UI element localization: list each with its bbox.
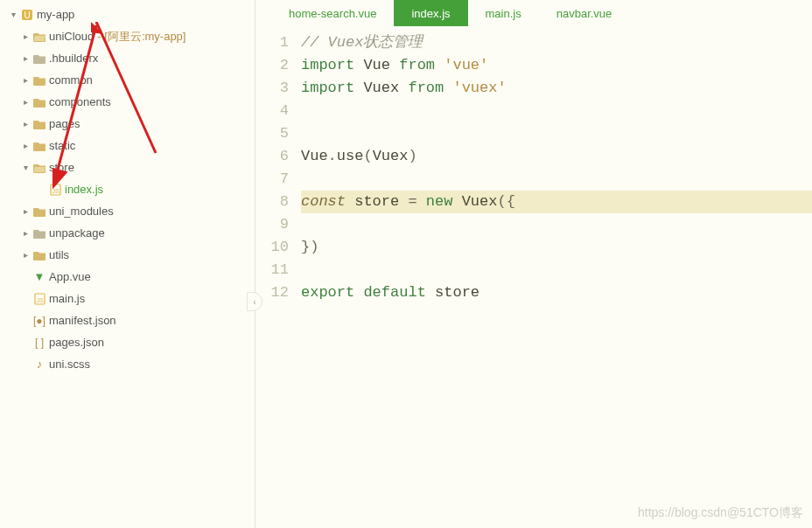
js-icon: JS: [47, 184, 63, 196]
tab-navbarvue[interactable]: navbar.vue: [539, 0, 630, 26]
tree-item-label: App.vue: [49, 270, 91, 283]
line-number: 7: [256, 168, 289, 191]
tab-mainjs[interactable]: main.js: [468, 0, 539, 26]
tree-item-label: uni.scss: [49, 358, 90, 371]
chevron-icon: ▸: [19, 206, 32, 216]
tree-item-label: pages.json: [49, 336, 104, 349]
chevron-icon: ▸: [19, 53, 32, 63]
tree-item-common[interactable]: ▸common: [0, 69, 255, 91]
line-number: 5: [256, 122, 289, 145]
tree-item-pagesjson[interactable]: [ ]pages.json: [0, 331, 255, 353]
js-icon: JS: [32, 293, 47, 305]
code-line-2[interactable]: import Vue from 'vue': [301, 54, 812, 77]
chevron-left-icon: ‹: [253, 297, 256, 307]
file-explorer[interactable]: ▾ U my-app ▸uniCloud - [阿里云:my-app]▸.hbu…: [0, 0, 256, 528]
tree-item-indexjs[interactable]: JSindex.js: [0, 178, 255, 200]
line-number: 8: [256, 191, 289, 213]
tree-item-store[interactable]: ▾store: [0, 156, 255, 178]
chevron-icon: ▸: [19, 228, 32, 238]
folder-icon: [32, 206, 47, 217]
folder-icon: [32, 141, 47, 151]
project-icon: U: [19, 9, 35, 21]
tree-item-label: store: [49, 161, 74, 174]
editor-tabs: home-search.vueindex.jsmain.jsnavbar.vue: [256, 0, 812, 26]
code-line-12[interactable]: export default store: [301, 281, 812, 304]
line-number: 4: [256, 100, 289, 122]
folder-icon: [32, 75, 47, 86]
line-number-gutter: 123456789101112: [256, 31, 301, 528]
tree-item-static[interactable]: ▸static: [0, 135, 255, 156]
tree-item-label: manifest.json: [49, 314, 116, 327]
line-number: 11: [256, 259, 289, 281]
line-number: 3: [256, 77, 289, 100]
tree-item-hbuilderx[interactable]: ▸.hbuilderx: [0, 47, 255, 69]
chevron-down-icon: ▾: [7, 10, 19, 19]
tree-item-unpackage[interactable]: ▸unpackage: [0, 222, 255, 244]
tree-item-label: unpackage: [49, 226, 105, 240]
code-area[interactable]: 123456789101112 // Vuex状态管理import Vue fr…: [256, 26, 812, 528]
tree-item-appvue[interactable]: ▼App.vue: [0, 266, 255, 288]
svg-text:JS: JS: [36, 297, 44, 303]
tree-item-label: utils: [49, 248, 69, 261]
code-line-9[interactable]: [301, 213, 812, 236]
tree-item-unimodules[interactable]: ▸uni_modules: [0, 200, 255, 222]
tree-item-label: common: [49, 73, 93, 87]
watermark: https://blog.csdn@51CTO博客: [638, 505, 803, 521]
folder-icon: [32, 250, 47, 261]
chevron-icon: ▸: [19, 75, 32, 85]
line-number: 10: [256, 236, 289, 259]
line-number: 2: [256, 54, 289, 77]
json-icon: [ ]: [32, 337, 47, 349]
svg-text:U: U: [24, 10, 30, 20]
tree-item-label: index.js: [65, 183, 103, 196]
code-line-10[interactable]: }): [301, 236, 812, 259]
code-line-7[interactable]: [301, 168, 812, 191]
tree-item-mainjs[interactable]: JSmain.js: [0, 288, 255, 309]
line-number: 9: [256, 213, 289, 236]
code-line-1[interactable]: // Vuex状态管理: [301, 31, 812, 54]
tree-item-pages[interactable]: ▸pages: [0, 113, 255, 135]
folder-icon: [32, 119, 47, 129]
line-number: 1: [256, 31, 289, 54]
tree-item-components[interactable]: ▸components: [0, 91, 255, 113]
code-line-11[interactable]: [301, 259, 812, 281]
tree-item-uniscss[interactable]: ♪uni.scss: [0, 353, 255, 375]
code-line-3[interactable]: import Vuex from 'vuex': [301, 77, 812, 100]
tab-indexjs[interactable]: index.js: [394, 0, 467, 26]
tree-item-label: components: [49, 95, 111, 108]
folder-grey-icon: [32, 228, 47, 239]
chevron-icon: ▸: [19, 97, 32, 107]
tree-item-manifestjson[interactable]: [●]manifest.json: [0, 309, 255, 331]
vue-icon: ▼: [32, 270, 47, 283]
code-content[interactable]: // Vuex状态管理import Vue from 'vue'import V…: [301, 31, 812, 528]
folder-open-icon: [32, 31, 47, 42]
tree-root-my-app[interactable]: ▾ U my-app: [0, 3, 255, 25]
chevron-icon: ▸: [19, 141, 32, 150]
folder-grey-icon: [32, 53, 47, 64]
tree-root-label: my-app: [37, 8, 74, 21]
tree-item-suffix: - [阿里云:my-app]: [97, 29, 186, 45]
tree-item-label: main.js: [49, 292, 85, 305]
folder-open-icon: [32, 163, 47, 173]
code-line-6[interactable]: Vue.use(Vuex): [301, 145, 812, 168]
line-number: 6: [256, 145, 289, 168]
code-line-5[interactable]: [301, 122, 812, 145]
tab-homesearchvue[interactable]: home-search.vue: [271, 0, 394, 26]
tree-item-utils[interactable]: ▸utils: [0, 244, 255, 266]
editor-pane: home-search.vueindex.jsmain.jsnavbar.vue…: [256, 0, 812, 528]
chevron-icon: ▸: [19, 250, 32, 260]
tree-item-unicloud[interactable]: ▸uniCloud - [阿里云:my-app]: [0, 25, 255, 47]
tree-item-label: .hbuilderx: [49, 52, 98, 65]
scss-icon: ♪: [32, 358, 47, 371]
folder-icon: [32, 97, 47, 108]
manifest-icon: [●]: [32, 315, 47, 327]
chevron-icon: ▸: [19, 31, 32, 41]
chevron-icon: ▸: [19, 119, 32, 129]
code-line-4[interactable]: [301, 100, 812, 122]
tree-item-label: uniCloud: [49, 30, 94, 43]
chevron-icon: ▾: [19, 163, 32, 172]
svg-text:JS: JS: [52, 188, 60, 194]
tree-item-label: static: [49, 139, 75, 152]
tree-item-label: uni_modules: [49, 205, 114, 218]
tree-item-label: pages: [49, 117, 80, 130]
